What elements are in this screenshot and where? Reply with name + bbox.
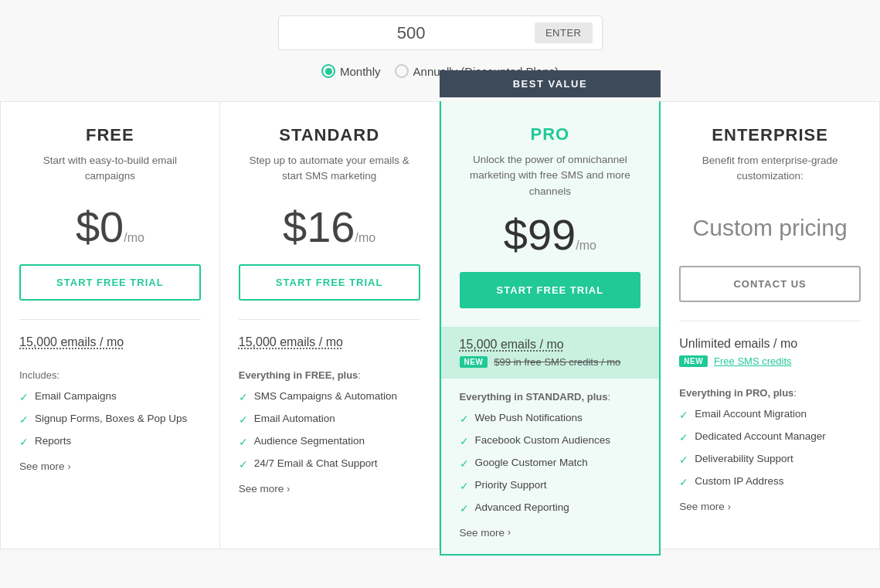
standard-includes-label: Everything in FREE, plus: (239, 369, 420, 381)
enterprise-see-more[interactable]: See more › (679, 501, 861, 512)
annually-radio[interactable] (395, 64, 409, 78)
enterprise-includes-label: Everything in PRO, plus: (679, 387, 861, 399)
free-price-amount: $0 (76, 202, 124, 251)
pro-emails-section: 15,000 emails / mo NEW $99 in free SMS c… (441, 327, 660, 379)
free-see-more-arrow: › (68, 461, 71, 472)
free-plan-description: Start with easy-to-build email campaigns (19, 153, 201, 192)
pro-features: Everything in STANDARD, plus: ✓ Web Push… (460, 379, 641, 515)
free-emails-section: 15,000 emails / mo (19, 319, 201, 349)
check-icon-2: ✓ (19, 413, 29, 426)
check-icon: ✓ (679, 476, 688, 488)
check-icon: ✓ (239, 436, 248, 448)
free-features: Includes: ✓ Email Campaigns ✓ Signup For… (19, 362, 201, 448)
check-icon: ✓ (679, 454, 688, 466)
enter-button[interactable]: ENTER (535, 22, 593, 43)
pro-new-badge: NEW (460, 356, 488, 368)
pro-see-more-arrow: › (508, 527, 511, 538)
standard-feature-3: ✓ Audience Segmentation (239, 435, 420, 448)
check-icon: ✓ (460, 435, 469, 447)
check-icon: ✓ (679, 409, 688, 421)
standard-see-more-arrow: › (287, 484, 290, 495)
pro-includes-label: Everything in STANDARD, plus: (460, 391, 641, 403)
check-icon: ✓ (679, 431, 688, 444)
enterprise-cta-button[interactable]: CONTACT US (679, 266, 861, 302)
pro-feature-1: ✓ Web Push Notifications (460, 412, 641, 425)
enterprise-feature-4: ✓ Custom IP Address (679, 475, 861, 488)
contacts-input[interactable] (288, 23, 535, 43)
check-icon: ✓ (239, 391, 248, 403)
check-icon: ✓ (460, 457, 469, 470)
standard-feature-2: ✓ Email Automation (239, 413, 420, 426)
standard-see-more[interactable]: See more › (239, 483, 420, 495)
standard-emails: 15,000 emails / mo (239, 335, 420, 349)
pro-feature-2: ✓ Facebook Custom Audiences (460, 434, 641, 447)
pro-emails: 15,000 emails / mo (460, 338, 641, 352)
enterprise-feature-1: ✓ Email Account Migration (679, 408, 861, 421)
pro-plan-card: BEST VALUE PRO Unlock the power of omnic… (440, 101, 661, 556)
free-cta-button[interactable]: START FREE TRIAL (19, 264, 201, 301)
check-icon: ✓ (239, 458, 248, 471)
check-icon-1: ✓ (19, 391, 29, 403)
standard-plan-description: Step up to automate your emails & start … (239, 153, 420, 192)
standard-features: Everything in FREE, plus: ✓ SMS Campaign… (239, 362, 420, 471)
monthly-label: Monthly (340, 65, 381, 78)
enterprise-feature-2: ✓ Dedicated Account Manager (679, 430, 861, 444)
monthly-option[interactable]: Monthly (321, 64, 381, 78)
standard-feature-1: ✓ SMS Campaigns & Automation (239, 390, 420, 403)
pro-price-unit: /mo (576, 239, 596, 252)
pro-price-amount: $99 (504, 210, 576, 259)
pro-feature-4: ✓ Priority Support (460, 479, 641, 492)
free-price-display: $0/mo (19, 206, 201, 249)
enterprise-emails: Unlimited emails / mo (679, 337, 861, 351)
standard-feature-4: ✓ 24/7 Email & Chat Support (239, 457, 420, 471)
enterprise-plan-description: Benefit from enterprise-grade customizat… (679, 153, 861, 192)
standard-price-unit: /mo (355, 231, 376, 244)
check-icon: ✓ (239, 413, 248, 426)
enterprise-custom-pricing: Custom pricing (679, 206, 861, 250)
plans-container: FREE Start with easy-to-build email camp… (0, 101, 880, 556)
standard-price-display: $16/mo (239, 206, 420, 249)
pro-feature-3: ✓ Google Customer Match (460, 457, 641, 470)
pro-sms-credits: $99 in free SMS credits / mo (494, 356, 620, 368)
free-includes-label: Includes: (19, 369, 201, 381)
standard-emails-section: 15,000 emails / mo (239, 319, 420, 349)
enterprise-plan-card: ENTERPRISE Benefit from enterprise-grade… (661, 101, 880, 549)
free-feature-3: ✓ Reports (19, 435, 201, 448)
enterprise-plan-name: ENTERPRISE (679, 125, 861, 145)
free-emails: 15,000 emails / mo (19, 335, 201, 349)
free-feature-2: ✓ Signup Forms, Boxes & Pop Ups (19, 413, 201, 426)
free-see-more[interactable]: See more › (19, 461, 201, 472)
pro-plan-name: PRO (460, 124, 641, 144)
free-plan-card: FREE Start with easy-to-build email camp… (0, 101, 220, 549)
free-price-unit: /mo (124, 231, 144, 244)
standard-plan-card: STANDARD Step up to automate your emails… (220, 101, 440, 549)
enterprise-new-badge-row: NEW Free SMS credits (679, 355, 861, 367)
contacts-input-box: ENTER (278, 15, 603, 50)
standard-price-amount: $16 (283, 202, 355, 251)
enterprise-emails-section: Unlimited emails / mo NEW Free SMS credi… (679, 321, 861, 367)
pro-feature-5: ✓ Advanced Reporting (460, 501, 641, 515)
monthly-radio[interactable] (321, 64, 335, 78)
free-feature-1: ✓ Email Campaigns (19, 390, 201, 403)
enterprise-feature-3: ✓ Deliverability Support (679, 453, 861, 466)
pro-plan-description: Unlock the power of omnichannel marketin… (460, 152, 641, 199)
best-value-banner: BEST VALUE (440, 70, 661, 97)
enterprise-sms-credits[interactable]: Free SMS credits (714, 355, 791, 367)
enterprise-new-badge: NEW (679, 355, 708, 367)
enterprise-see-more-arrow: › (728, 501, 731, 512)
check-icon: ✓ (460, 413, 469, 425)
pro-new-badge-row: NEW $99 in free SMS credits / mo (460, 356, 641, 368)
pro-cta-button[interactable]: START FREE TRIAL (460, 272, 641, 308)
standard-cta-button[interactable]: START FREE TRIAL (239, 264, 420, 301)
pro-price-display: $99/mo (460, 213, 641, 257)
pro-see-more[interactable]: See more › (460, 527, 641, 539)
check-icon: ✓ (460, 480, 469, 492)
enterprise-features: Everything in PRO, plus: ✓ Email Account… (679, 379, 861, 488)
check-icon-3: ✓ (19, 436, 29, 448)
check-icon: ✓ (460, 502, 469, 515)
standard-plan-name: STANDARD (239, 125, 420, 145)
free-plan-name: FREE (19, 125, 201, 145)
